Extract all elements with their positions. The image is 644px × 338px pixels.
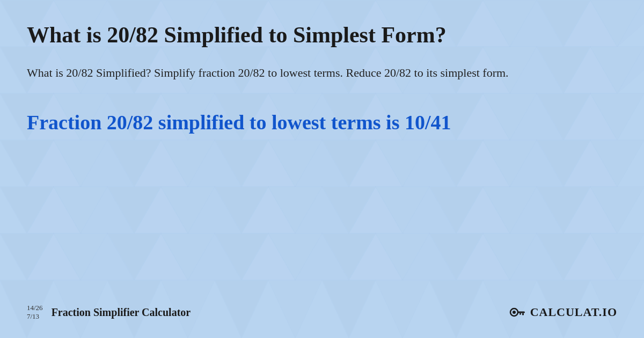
footer-label: Fraction Simplifier Calculator [52,306,191,319]
footer-fraction-top: 14/26 [27,304,43,312]
svg-rect-157 [519,313,521,315]
footer-logo: CALCULAT.IO [508,303,617,322]
result-section: Fraction 20/82 simplified to lowest term… [27,109,617,136]
result-title: Fraction 20/82 simplified to lowest term… [27,109,617,136]
footer-fraction-bottom: 7/13 [27,312,43,321]
footer-fractions: 14/26 7/13 [27,304,43,320]
calculator-key-icon [508,303,527,322]
svg-rect-156 [522,313,524,315]
svg-point-154 [513,311,516,314]
page-description: What is 20/82 Simplified? Simplify fract… [27,63,510,82]
page-title: What is 20/82 Simplified to Simplest For… [27,21,617,48]
footer: 14/26 7/13 Fraction Simplifier Calculato… [27,292,617,322]
svg-rect-155 [517,312,525,313]
logo-text: CALCULAT.IO [530,305,617,319]
